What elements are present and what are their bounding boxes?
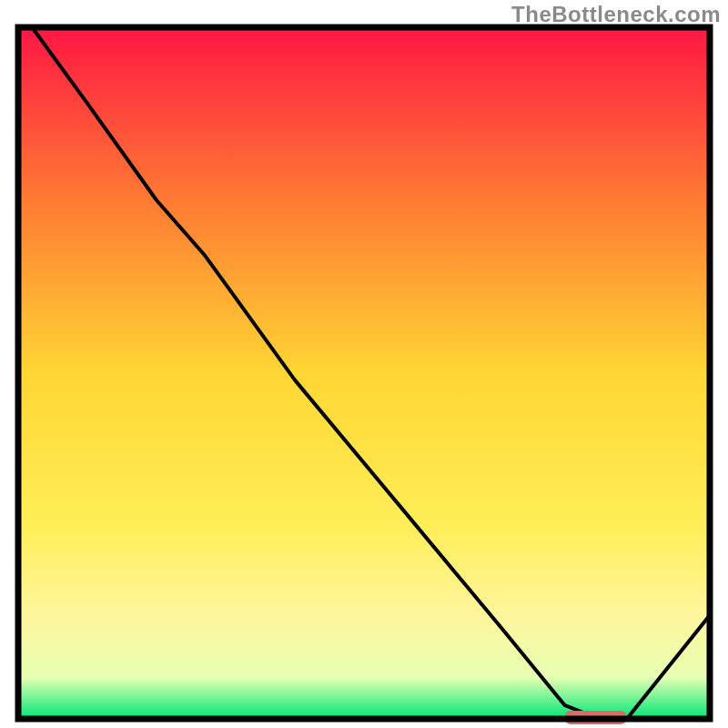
chart-container: { "watermark": "TheBottleneck.com", "cha… (0, 0, 728, 728)
bottleneck-chart (0, 0, 728, 728)
gradient-background (18, 27, 710, 719)
